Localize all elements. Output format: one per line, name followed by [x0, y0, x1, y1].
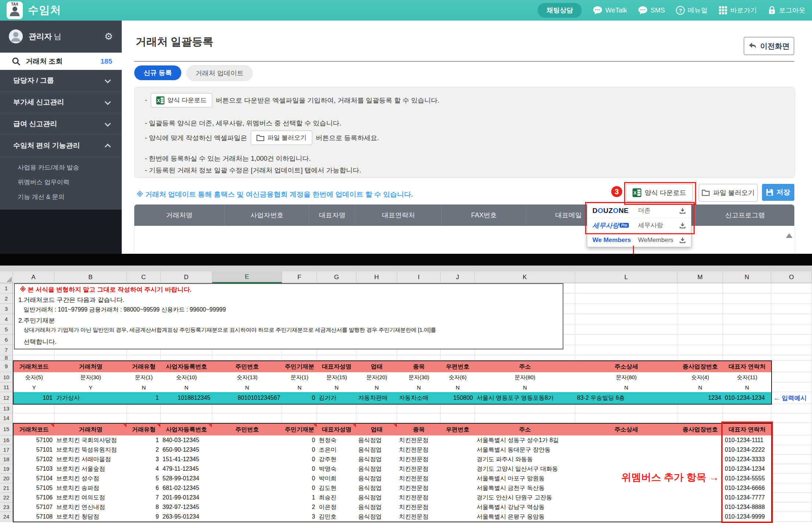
row-header-22[interactable]: 22	[0, 493, 13, 502]
back-button[interactable]: 이전화면	[744, 37, 794, 55]
sheet-cell[interactable]	[575, 512, 678, 522]
row-header-18[interactable]: 18	[0, 455, 13, 464]
sheet-cell[interactable]	[441, 493, 476, 503]
sidebar-item-vat[interactable]: 부가세 신고관리	[0, 92, 122, 113]
sheet-cell[interactable]: 8010101234567	[212, 392, 283, 405]
sheet-cell[interactable]: 종사업장번호	[677, 423, 724, 436]
sheet-cell[interactable]: 6	[127, 483, 161, 494]
sheet-cell[interactable]: 57105	[13, 483, 55, 494]
sheet-cell[interactable]: 자동차소매	[397, 392, 441, 405]
sheet-cell[interactable]: 57107	[13, 502, 55, 513]
sheet-cell[interactable]	[212, 435, 283, 446]
sheet-cell[interactable]: 치킨전문점	[397, 464, 441, 474]
sheet-cell[interactable]: 1	[127, 392, 161, 405]
column-header-O[interactable]: O	[771, 271, 812, 283]
sheet-cell[interactable]: 주소	[475, 423, 576, 436]
sheet-cell[interactable]: 5	[127, 474, 161, 484]
row-header-24[interactable]: 24	[0, 512, 13, 522]
sheet-cell[interactable]	[212, 483, 283, 494]
sheet-cell[interactable]: 528-99-01234	[161, 474, 213, 484]
sheet-cell[interactable]: 9	[127, 512, 161, 522]
sheet-cell[interactable]: 숫자(5)	[13, 372, 55, 383]
column-header-F[interactable]: F	[282, 271, 317, 283]
sheet-cell[interactable]: 57108	[13, 512, 55, 522]
sheet-cell[interactable]: 음식점업	[356, 474, 398, 484]
sheet-cell[interactable]: N	[475, 383, 576, 393]
sheet-cell[interactable]: 2	[127, 445, 161, 455]
sidebar-item-convenience[interactable]: 수임처 편의 기능관리	[0, 135, 122, 157]
sheet-cell[interactable]: 김도현	[317, 483, 357, 494]
sheet-cell[interactable]: 숫자(10)	[161, 372, 213, 383]
sheet-cell[interactable]: 조은미	[317, 445, 357, 455]
column-header-D[interactable]: D	[161, 271, 212, 283]
sheet-cell[interactable]	[677, 445, 724, 455]
sheet-cell[interactable]: 1018812345	[161, 392, 213, 405]
sheet-cell[interactable]: 주소	[475, 360, 576, 373]
sheet-cell[interactable]: 서울특별시 성동구 성수1가 8길	[475, 435, 576, 446]
row-header-14[interactable]: 14	[0, 413, 13, 423]
row-header-16[interactable]: 16	[0, 435, 13, 445]
sheet-cell[interactable]: 263-95-01234	[161, 512, 213, 522]
nav-shortcut[interactable]: 바로가기	[719, 6, 757, 15]
sheet-cell[interactable]: 7	[127, 493, 161, 503]
sheet-cell[interactable]: 숫자(11)	[723, 372, 772, 383]
sheet-cell[interactable]	[441, 502, 476, 513]
sheet-cell[interactable]: 업태	[356, 360, 398, 373]
sheet-cell[interactable]: 우편번호	[441, 360, 476, 373]
nav-wetalk[interactable]: WeTalk	[593, 6, 627, 15]
sheet-cell[interactable]: 거래유형	[127, 360, 161, 373]
sheet-cell[interactable]: 주민기재분	[282, 423, 318, 436]
row-header-20[interactable]: 20	[0, 474, 13, 483]
sheet-cell[interactable]: 업태	[356, 423, 398, 436]
chat-consult-button[interactable]: 채팅상담	[538, 3, 582, 18]
row-header-11[interactable]: 11	[0, 383, 13, 392]
sheet-cell[interactable]: 0	[282, 483, 318, 494]
sheet-cell[interactable]	[441, 435, 476, 446]
sheet-cell[interactable]: 음식점업	[356, 455, 398, 465]
nav-sms[interactable]: SMS	[638, 6, 665, 15]
sidebar-subitem-wemembers-history[interactable]: 위멤버스 업무이력	[0, 175, 122, 190]
row-header-15[interactable]: 15	[0, 423, 13, 435]
sheet-cell[interactable]: 브로치킨 뚝섬유원지점	[54, 445, 128, 455]
sheet-cell[interactable]	[212, 455, 283, 465]
column-header-N[interactable]: N	[723, 271, 771, 283]
sheet-cell[interactable]: Y	[54, 383, 128, 393]
form-download-inline-button[interactable]: X 양식 다운로드	[151, 93, 212, 107]
sheet-cell[interactable]	[441, 455, 476, 465]
sheet-cell[interactable]: 음식점업	[356, 435, 398, 446]
sheet-cell[interactable]: 주민번호	[212, 360, 283, 373]
sheet-cell[interactable]: 650-90-12345	[161, 445, 213, 455]
sheet-cell[interactable]: 최승진	[317, 493, 357, 503]
sheet-cell[interactable]: 거래유형	[127, 423, 161, 436]
row-header-13[interactable]: 13	[0, 404, 13, 413]
sheet-cell[interactable]: 브로치킨 여의도점	[54, 493, 128, 503]
sheet-cell[interactable]: 서울특별시 은평구 응암동	[475, 512, 576, 522]
scroll-up-arrow[interactable]	[786, 233, 793, 238]
sheet-cell[interactable]: 브로치킨 서래마을점	[54, 455, 128, 465]
sidebar-subitem-card-account[interactable]: 사업용 카드/계좌 발송	[0, 160, 122, 175]
sheet-cell[interactable]: 문자(80)	[475, 372, 576, 383]
row-header-19[interactable]: 19	[0, 464, 13, 474]
sheet-cell[interactable]	[575, 435, 678, 446]
sheet-cell[interactable]: 문자(15)	[317, 372, 357, 383]
sheet-cell[interactable]	[441, 483, 476, 494]
sheet-cell[interactable]: 문자(1)	[127, 372, 161, 383]
sheet-cell[interactable]: 박명숙	[317, 464, 357, 474]
sheet-cell[interactable]	[212, 512, 283, 522]
sheet-cell[interactable]: 경기도 안산시 단원구 고잔동	[475, 493, 576, 503]
sheet-cell[interactable]: 0	[282, 435, 318, 446]
sheet-cell[interactable]: 대표자성명	[317, 423, 357, 436]
sheet-cell[interactable]	[677, 493, 724, 503]
sheet-cell[interactable]: 1	[282, 493, 318, 503]
sheet-cell[interactable]: 브로치킨 청담점	[54, 512, 128, 522]
sheet-cell[interactable]: 치킨전문점	[397, 455, 441, 465]
sidebar-item-managers[interactable]: 담당자 / 그룹	[0, 70, 122, 92]
sheet-cell[interactable]: 치킨전문점	[397, 502, 441, 513]
sheet-cell[interactable]: 010-1234-1234	[723, 392, 772, 405]
select-all-corner[interactable]	[0, 271, 13, 283]
row-header-17[interactable]: 17	[0, 445, 13, 455]
nav-manual[interactable]: ? 메뉴얼	[676, 6, 708, 15]
column-header-K[interactable]: K	[475, 271, 575, 283]
sheet-cell[interactable]: 840-03-12345	[161, 435, 213, 446]
sheet-cell[interactable]: 주민기재분	[282, 360, 318, 373]
